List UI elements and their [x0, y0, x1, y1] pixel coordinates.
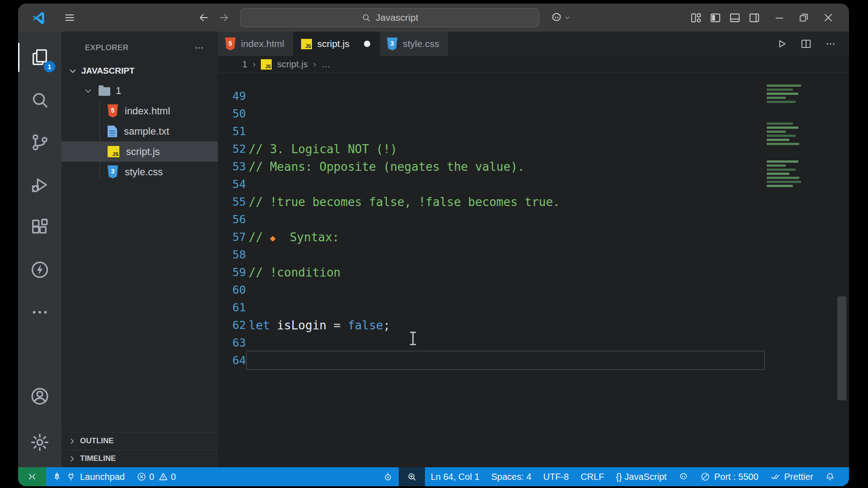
restore-button[interactable]: [795, 8, 813, 28]
breadcrumb-root[interactable]: 1: [242, 59, 247, 70]
status-launchpad[interactable]: Launchpad: [46, 467, 131, 486]
timeline-section[interactable]: TIMELINE: [61, 450, 218, 467]
status-encoding[interactable]: UTF-8: [537, 467, 575, 486]
toggle-secondary-sidebar-button[interactable]: [748, 12, 760, 24]
status-prettier[interactable]: Prettier: [764, 467, 819, 486]
tab-label: style.css: [403, 38, 439, 49]
status-language[interactable]: {} JavaScript: [610, 467, 672, 486]
code-line[interactable]: 58: [218, 246, 849, 263]
status-label: Prettier: [784, 472, 813, 482]
line-number: 49: [218, 89, 246, 103]
breadcrumb-file[interactable]: script.js: [277, 59, 308, 70]
status-remote[interactable]: [18, 467, 46, 486]
file-script.js[interactable]: JSscript.js: [61, 141, 218, 162]
vscode-logo-icon: [31, 10, 46, 25]
line-number: 61: [218, 301, 246, 314]
account-icon: [29, 386, 50, 407]
menu-button[interactable]: [60, 8, 80, 28]
status-screencast[interactable]: [377, 467, 399, 486]
activity-more-views[interactable]: [18, 291, 61, 333]
file-name: sample.txt: [124, 126, 169, 137]
file-index.html[interactable]: 5index.html: [61, 101, 218, 121]
arrow-right-icon: [218, 12, 230, 23]
toggle-panel-button[interactable]: [729, 12, 741, 24]
minimap-mark: [767, 185, 793, 187]
workspace-section[interactable]: JAVASCRIPT: [61, 59, 218, 80]
tab-script.js[interactable]: JSscript.js: [294, 32, 380, 56]
status-notifications[interactable]: [819, 467, 841, 486]
activity-search[interactable]: [18, 79, 61, 121]
scrollbar-thumb[interactable]: [837, 296, 846, 400]
minimize-button[interactable]: [770, 8, 788, 28]
outline-section[interactable]: OUTLINE: [61, 432, 218, 450]
toggle-primary-sidebar-button[interactable]: [709, 12, 722, 24]
code-line[interactable]: 57// ◆ Syntax:: [218, 228, 849, 246]
folder-row[interactable]: 1: [61, 80, 218, 101]
chevron-down-icon: [68, 66, 78, 76]
status-zoom-indicator[interactable]: [399, 467, 425, 486]
code-line[interactable]: 60: [218, 281, 849, 299]
file-style.css[interactable]: 3style.css: [61, 162, 218, 182]
menu-icon: [64, 12, 75, 23]
activity-settings[interactable]: [18, 421, 61, 467]
more-actions-button[interactable]: [825, 38, 836, 50]
activity-account[interactable]: [18, 375, 61, 421]
breadcrumb-more[interactable]: …: [321, 59, 330, 70]
status-indentation[interactable]: Spaces: 4: [486, 467, 538, 486]
copilot-menu-button[interactable]: [550, 11, 571, 24]
code-line[interactable]: 64: [218, 352, 849, 369]
chevron-right-icon: ›: [253, 60, 255, 69]
minimap-mark: [767, 164, 786, 167]
status-eol[interactable]: CRLF: [575, 467, 610, 486]
activity-thunder-client[interactable]: [18, 249, 61, 291]
code-line[interactable]: 63: [218, 334, 849, 352]
close-button[interactable]: [819, 8, 837, 28]
split-editor-button[interactable]: [800, 38, 812, 50]
minimap-mark: [767, 122, 793, 125]
status-copilot[interactable]: [673, 467, 694, 486]
code-line[interactable]: 52// 3. Logical NOT (!): [218, 140, 849, 158]
customize-layout-button[interactable]: [690, 12, 702, 24]
tab-index.html[interactable]: 5index.html: [218, 32, 294, 56]
line-number: 52: [218, 142, 246, 155]
nav-back-button[interactable]: [194, 8, 214, 28]
error-icon: [137, 472, 146, 482]
file-name: script.js: [126, 146, 160, 158]
sidebar-title: EXPLORER: [85, 43, 129, 52]
run-button[interactable]: [776, 38, 788, 50]
status-problems[interactable]: 00: [131, 467, 182, 486]
code-editor[interactable]: 49505152// 3. Logical NOT (!)53// Means:…: [218, 73, 849, 467]
tab-style.css[interactable]: 3style.css: [380, 32, 449, 56]
activity-run-debug[interactable]: [18, 164, 61, 206]
code-line[interactable]: 59// !condition: [218, 263, 849, 281]
activity-extensions[interactable]: [18, 206, 61, 249]
file-sample.txt[interactable]: sample.txt: [61, 121, 218, 141]
code-line[interactable]: 54: [218, 175, 849, 193]
minimap-mark: [767, 139, 789, 141]
explorer-actions-button[interactable]: [193, 42, 204, 53]
code-line[interactable]: 61: [218, 299, 849, 316]
activity-explorer[interactable]: 1: [18, 36, 61, 79]
token-comment: Syntax:: [276, 230, 340, 244]
sidebar-spacer: [61, 182, 218, 432]
nav-forward-button[interactable]: [214, 8, 234, 28]
code-line[interactable]: 53// Means: Opposite (negates the value)…: [218, 158, 849, 175]
minimap-mark: [767, 131, 786, 133]
minimap-mark: [767, 177, 799, 179]
modified-indicator[interactable]: [364, 41, 370, 47]
sidebar-header: EXPLORER: [61, 32, 218, 59]
code-line[interactable]: 51: [218, 122, 849, 140]
double-check-icon: [770, 472, 780, 482]
breadcrumb: 1 › JS script.js › …: [218, 56, 849, 73]
code-line[interactable]: 55// !true becomes false, !false becomes…: [218, 193, 849, 211]
activity-source-control[interactable]: [18, 121, 61, 164]
code-line[interactable]: 56: [218, 211, 849, 228]
command-center-search[interactable]: Javascript: [240, 8, 539, 27]
code-line[interactable]: 50: [218, 105, 849, 122]
target-icon: [383, 472, 393, 482]
code-line[interactable]: 62let isLogin = false;: [218, 316, 849, 334]
status-live-server-port[interactable]: Port : 5500: [694, 467, 764, 486]
line-number: 57: [218, 230, 246, 244]
code-line[interactable]: 49: [218, 87, 849, 105]
status-cursor-position[interactable]: Ln 64, Col 1: [425, 467, 486, 486]
